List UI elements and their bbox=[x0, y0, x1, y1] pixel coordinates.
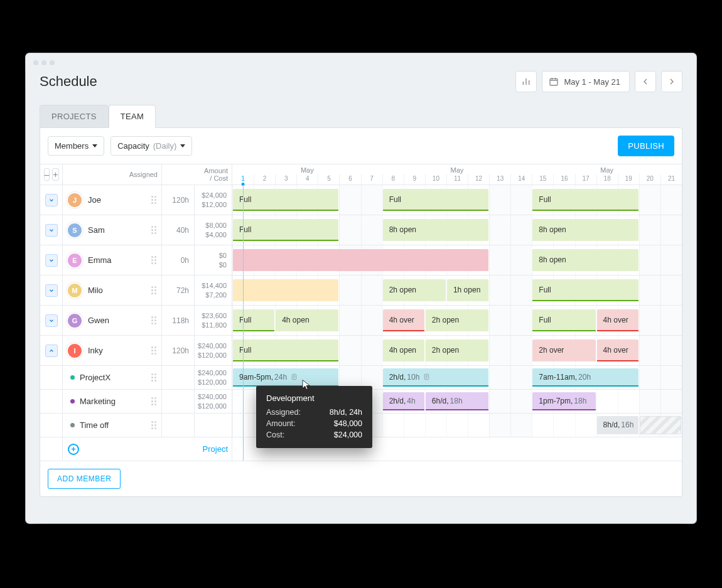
schedule-grid: Assigned Amount/ Cost May May May 123456… bbox=[40, 164, 682, 461]
day-header: 21 bbox=[660, 174, 682, 184]
schedule-bar[interactable]: 2h/d, 4h bbox=[383, 392, 424, 410]
row-toggle[interactable] bbox=[45, 194, 58, 206]
filter-members-dropdown[interactable]: Members bbox=[48, 136, 104, 156]
schedule-bar[interactable] bbox=[640, 416, 681, 434]
avatar: M bbox=[67, 282, 83, 299]
schedule-bar[interactable]: 1pm-7pm, 18h bbox=[532, 392, 595, 410]
add-member-button[interactable]: ADD MEMBER bbox=[48, 469, 121, 489]
date-range-picker[interactable]: May 1 - May 21 bbox=[542, 71, 630, 92]
drag-handle[interactable] bbox=[151, 395, 158, 408]
amount-cost bbox=[195, 414, 232, 437]
drag-handle[interactable] bbox=[151, 223, 158, 237]
day-header: 8 bbox=[382, 174, 404, 184]
next-range-button[interactable] bbox=[661, 71, 682, 92]
window-titlebar bbox=[26, 53, 696, 65]
month-label: May bbox=[532, 166, 682, 174]
schedule-bar[interactable]: 8h/d, 16h bbox=[597, 416, 638, 434]
schedule-bar[interactable]: 8h open bbox=[532, 249, 638, 271]
schedule-bar[interactable]: Full bbox=[233, 219, 338, 241]
schedule-bar[interactable]: Full bbox=[532, 189, 638, 211]
caret-down-icon bbox=[180, 144, 185, 147]
assigned-value: 72h bbox=[162, 275, 195, 305]
schedule-bar[interactable]: 4h open bbox=[383, 339, 424, 361]
chart-button[interactable] bbox=[515, 71, 537, 92]
schedule-bar[interactable]: 2h over bbox=[532, 339, 595, 361]
chevron-down-icon bbox=[48, 197, 55, 203]
drag-handle[interactable] bbox=[151, 419, 158, 432]
schedule-bar[interactable]: 8h open bbox=[383, 219, 488, 241]
schedule-bar[interactable]: 4h open bbox=[276, 309, 338, 331]
svg-rect-0 bbox=[550, 78, 558, 85]
day-header: 15 bbox=[532, 174, 553, 184]
drag-handle[interactable] bbox=[151, 344, 158, 357]
drag-handle[interactable] bbox=[151, 314, 158, 327]
prev-range-button[interactable] bbox=[635, 71, 656, 92]
bar-chart-icon bbox=[521, 77, 531, 87]
schedule-bar[interactable]: 2h open bbox=[426, 339, 488, 361]
expand-all-button[interactable] bbox=[52, 168, 58, 181]
today-indicator bbox=[243, 437, 244, 461]
schedule-bar[interactable]: 2h open bbox=[426, 309, 488, 331]
schedule-bar[interactable]: Full bbox=[233, 309, 274, 331]
schedule-bar[interactable]: 1h open bbox=[447, 279, 488, 301]
month-label: May bbox=[232, 166, 382, 174]
schedule-bar[interactable]: 6h/d, 18h bbox=[426, 392, 488, 410]
schedule-bar[interactable]: 4h over bbox=[597, 339, 638, 361]
avatar: G bbox=[67, 313, 83, 329]
schedule-bar[interactable]: Full bbox=[233, 189, 338, 211]
row-toggle[interactable] bbox=[45, 345, 58, 357]
schedule-bar[interactable]: 4h over bbox=[597, 309, 638, 331]
app-window: Schedule May 1 - May 21 PROJECTS TEAM Me… bbox=[26, 53, 696, 523]
tab-team[interactable]: TEAM bbox=[109, 105, 156, 128]
day-header: 13 bbox=[489, 174, 510, 184]
member-name: Joe bbox=[88, 195, 101, 205]
schedule-bar[interactable]: 9am-5pm, 24h bbox=[233, 368, 338, 387]
assigned-value: 0h bbox=[162, 245, 195, 275]
plus-circle-icon: + bbox=[68, 444, 79, 455]
day-header: 16 bbox=[553, 174, 574, 184]
project-name: Marketing bbox=[80, 397, 116, 406]
publish-button[interactable]: PUBLISH bbox=[618, 136, 674, 156]
row-toggle[interactable] bbox=[45, 254, 58, 267]
add-project-button[interactable]: + Project bbox=[63, 437, 232, 461]
schedule-bar[interactable]: Full bbox=[383, 189, 488, 211]
tab-projects[interactable]: PROJECTS bbox=[40, 105, 109, 128]
schedule-bar[interactable]: Full bbox=[532, 279, 638, 301]
schedule-bar[interactable]: Full bbox=[532, 309, 595, 331]
row-toggle[interactable] bbox=[45, 224, 58, 237]
day-header: 1 bbox=[232, 174, 254, 184]
filter-capacity-label: Capacity bbox=[117, 141, 149, 151]
date-range-label: May 1 - May 21 bbox=[564, 77, 620, 87]
drag-handle[interactable] bbox=[151, 254, 158, 267]
drag-handle[interactable] bbox=[151, 284, 158, 297]
row-toggle[interactable] bbox=[45, 314, 58, 327]
row-toggle[interactable] bbox=[45, 284, 58, 297]
day-header: 4 bbox=[296, 174, 318, 184]
avatar: J bbox=[67, 192, 83, 208]
collapse-all-button[interactable] bbox=[44, 168, 50, 181]
member-name: Emma bbox=[88, 255, 112, 265]
col-header-amount: Amount/ Cost bbox=[162, 164, 232, 184]
day-header: 20 bbox=[639, 174, 660, 184]
day-header: 11 bbox=[446, 174, 468, 184]
page-title: Schedule bbox=[40, 73, 515, 90]
filter-capacity-dropdown[interactable]: Capacity (Daily) bbox=[110, 136, 192, 156]
schedule-bar[interactable] bbox=[233, 279, 338, 301]
day-header: 6 bbox=[339, 174, 360, 184]
assigned-value: 120h bbox=[162, 185, 195, 215]
schedule-bar[interactable]: 2h/d, 10h bbox=[383, 368, 488, 387]
chevron-down-icon bbox=[48, 287, 55, 294]
schedule-bar[interactable] bbox=[233, 249, 488, 271]
schedule-bar[interactable]: 7am-11am, 20h bbox=[532, 368, 638, 387]
drag-handle[interactable] bbox=[151, 371, 158, 384]
member-row: J Joe 120h $24,000$12,000 FullFullFull bbox=[40, 185, 682, 215]
day-header: 10 bbox=[425, 174, 446, 184]
drag-handle[interactable] bbox=[151, 193, 158, 206]
schedule-bar[interactable]: 4h over bbox=[383, 309, 424, 331]
schedule-bar[interactable]: 2h open bbox=[383, 279, 446, 301]
project-color-dot bbox=[70, 375, 75, 380]
schedule-bar[interactable]: Full bbox=[233, 339, 338, 361]
day-header: 3 bbox=[275, 174, 296, 184]
schedule-bar[interactable]: 8h open bbox=[532, 219, 638, 241]
day-header: 19 bbox=[618, 174, 639, 184]
